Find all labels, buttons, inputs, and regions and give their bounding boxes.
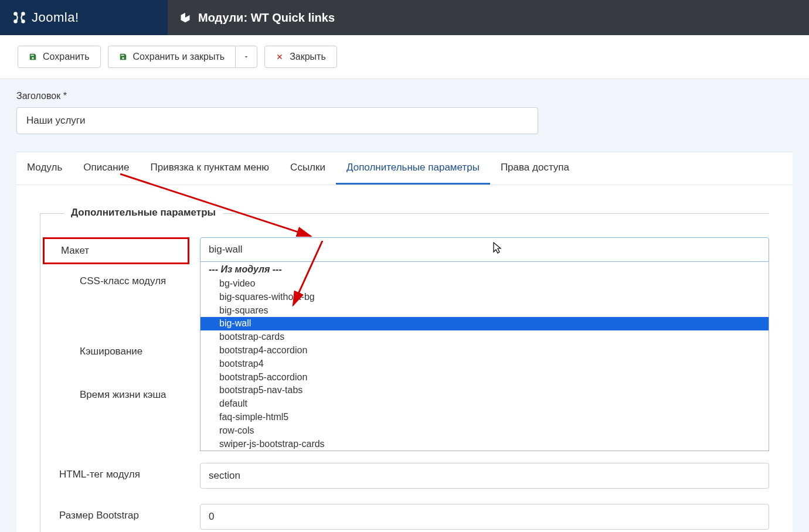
dropdown-option[interactable]: big-squares-without-bg xyxy=(200,291,769,304)
save-close-button[interactable]: Сохранить и закрыть xyxy=(108,46,236,68)
toolbar: Сохранить Сохранить и закрыть Закрыть xyxy=(0,35,809,79)
html-tag-label: HTML-тег модуля xyxy=(40,463,200,486)
cube-icon xyxy=(179,12,191,23)
brand-area[interactable]: Joomla! xyxy=(0,0,168,35)
caching-label: Кэширование xyxy=(80,346,142,357)
dropdown-option[interactable]: big-wall xyxy=(200,317,769,330)
title-field-label: Заголовок * xyxy=(16,91,793,101)
dropdown-option[interactable]: bootstrap-cards xyxy=(200,330,769,344)
dropdown-option[interactable]: swiper-js-bootstrap-cards xyxy=(200,438,769,451)
tab-module[interactable]: Модуль xyxy=(16,152,73,185)
html-tag-input[interactable] xyxy=(200,463,769,489)
tab-description[interactable]: Описание xyxy=(73,152,140,185)
layout-label: Макет xyxy=(43,237,189,264)
bootstrap-size-input[interactable] xyxy=(200,504,769,530)
row-layout: Макет big-wall --- Из модуля --- bg-vide… xyxy=(40,237,769,451)
save-close-button-label: Сохранить и закрыть xyxy=(133,52,225,62)
dropdown-option[interactable]: bootstrap4 xyxy=(200,357,769,371)
bootstrap-size-label: Размер Bootstrap xyxy=(40,504,200,527)
tab-permissions[interactable]: Права доступа xyxy=(490,152,580,185)
save-button-label: Сохранить xyxy=(43,52,90,62)
cache-time-label: Время жизни кэша xyxy=(80,389,166,401)
advanced-fieldset: Дополнительные параметры Макет big-wall … xyxy=(40,213,769,532)
dropdown-option[interactable]: bootstrap4-accordion xyxy=(200,344,769,357)
header-title-area: Модули: WT Quick links xyxy=(168,0,809,35)
fieldset-legend: Дополнительные параметры xyxy=(64,207,223,219)
dropdown-option[interactable]: bootstrap5-nav-tabs xyxy=(200,384,769,397)
close-icon xyxy=(276,53,284,61)
joomla-icon xyxy=(12,10,27,25)
content: Заголовок * Модуль Описание Привязка к п… xyxy=(0,79,809,532)
row-html-tag: HTML-тег модуля xyxy=(40,463,769,489)
close-button-label: Закрыть xyxy=(290,52,326,62)
css-class-label: CSS-класс модуля xyxy=(80,275,166,287)
dropdown-option[interactable]: bg-video xyxy=(200,277,769,291)
title-input[interactable] xyxy=(16,107,538,134)
dropdown-option-group: --- Из модуля --- xyxy=(200,262,769,277)
brand-name: Joomla! xyxy=(32,10,79,25)
dropdown-option[interactable]: default xyxy=(200,397,769,411)
save-close-group: Сохранить и закрыть xyxy=(108,46,258,68)
save-button[interactable]: Сохранить xyxy=(18,46,101,68)
tab-advanced[interactable]: Дополнительные параметры xyxy=(336,152,490,185)
joomla-logo: Joomla! xyxy=(12,10,79,25)
layout-dropdown-list: --- Из модуля --- bg-videobig-squares-wi… xyxy=(200,262,769,451)
page-title: Модули: WT Quick links xyxy=(198,11,335,25)
layout-control: big-wall --- Из модуля --- bg-videobig-s… xyxy=(200,237,769,451)
save-close-dropdown-toggle[interactable] xyxy=(235,46,257,68)
tab-links[interactable]: Ссылки xyxy=(280,152,336,185)
save-icon xyxy=(119,53,127,61)
tabs: Модуль Описание Привязка к пунктам меню … xyxy=(16,152,793,185)
close-button[interactable]: Закрыть xyxy=(264,46,337,68)
dropdown-option[interactable]: faq-simple-html5 xyxy=(200,411,769,424)
dropdown-option[interactable]: bootstrap5-accordion xyxy=(200,371,769,384)
chevron-down-icon xyxy=(243,53,250,60)
dropdown-option[interactable]: row-cols xyxy=(200,424,769,438)
advanced-panel: Дополнительные параметры Макет big-wall … xyxy=(16,185,793,532)
save-icon xyxy=(29,53,37,61)
row-bootstrap-size: Размер Bootstrap xyxy=(40,504,769,530)
dropdown-option[interactable]: big-squares xyxy=(200,304,769,318)
tab-menu-assignment[interactable]: Привязка к пунктам меню xyxy=(140,152,280,185)
layout-select[interactable]: big-wall xyxy=(200,237,769,262)
topbar: Joomla! Модули: WT Quick links xyxy=(0,0,809,35)
